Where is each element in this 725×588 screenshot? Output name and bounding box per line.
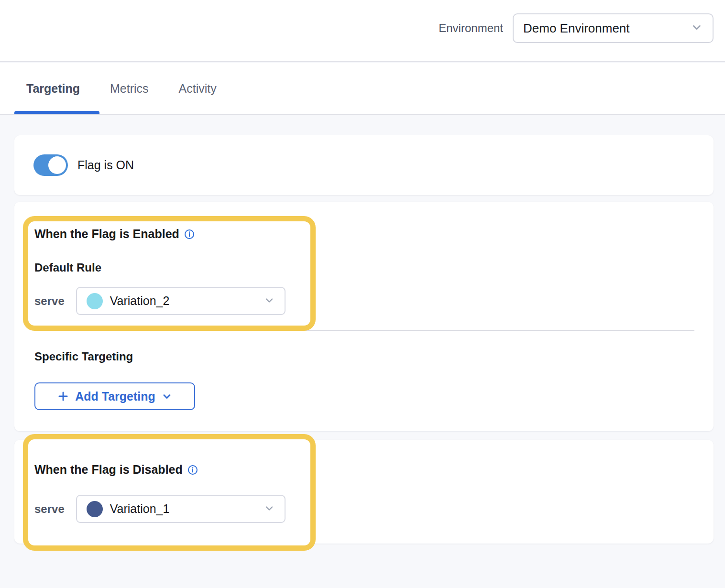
environment-select-value: Demo Environment — [523, 21, 630, 36]
info-icon[interactable] — [184, 229, 195, 240]
plus-icon — [57, 390, 69, 403]
enabled-variation-select[interactable]: Variation_2 — [76, 287, 286, 315]
disabled-variation-select[interactable]: Variation_1 — [76, 495, 286, 523]
enabled-section-highlight: When the Flag is Enabled Default Rule se… — [23, 216, 316, 331]
tab-metrics[interactable]: Metrics — [110, 82, 149, 96]
info-icon[interactable] — [187, 465, 198, 475]
disabled-variation-value: Variation_1 — [110, 502, 170, 516]
enabled-variation-value: Variation_2 — [110, 294, 170, 308]
environment-row: Environment Demo Environment — [439, 13, 714, 43]
disabled-section-title: When the Flag is Disabled — [34, 462, 183, 477]
tab-bar: Targeting Metrics Activity — [0, 63, 725, 115]
enabled-section-title: When the Flag is Enabled — [34, 226, 179, 241]
chevron-down-icon — [691, 21, 703, 35]
flag-status-card: Flag is ON — [14, 135, 714, 195]
disabled-serve-row: serve Variation_1 — [34, 495, 301, 523]
targeting-rules-card: When the Flag is Enabled Default Rule se… — [14, 202, 714, 431]
serve-label: serve — [34, 502, 65, 516]
default-rule-heading: Default Rule — [34, 261, 301, 274]
chevron-down-icon — [264, 294, 275, 308]
chevron-down-icon — [264, 502, 275, 516]
toggle-knob — [48, 156, 66, 174]
default-rule-serve-row: serve Variation_2 — [34, 287, 301, 315]
flag-status-label: Flag is ON — [77, 158, 134, 172]
flag-toggle[interactable] — [33, 154, 68, 176]
chevron-down-icon — [161, 391, 173, 402]
serve-label: serve — [34, 294, 65, 308]
environment-select[interactable]: Demo Environment — [513, 13, 714, 43]
environment-label: Environment — [439, 22, 503, 35]
enabled-section-header: When the Flag is Enabled — [34, 226, 301, 241]
variation-color-dot — [87, 293, 103, 309]
disabled-rules-card: When the Flag is Disabled serve Variatio… — [14, 440, 714, 544]
page-header: Environment Demo Environment — [0, 0, 725, 62]
specific-targeting-heading: Specific Targeting — [34, 350, 133, 363]
variation-color-dot — [87, 501, 103, 517]
tab-activity[interactable]: Activity — [179, 82, 217, 96]
disabled-section-highlight: When the Flag is Disabled serve Variatio… — [23, 434, 316, 551]
disabled-section-header: When the Flag is Disabled — [34, 462, 301, 477]
add-targeting-label: Add Targeting — [75, 390, 155, 403]
tab-targeting[interactable]: Targeting — [26, 82, 80, 96]
tabs: Targeting Metrics Activity — [26, 63, 217, 114]
add-targeting-button[interactable]: Add Targeting — [34, 382, 195, 410]
active-tab-indicator — [14, 111, 99, 114]
